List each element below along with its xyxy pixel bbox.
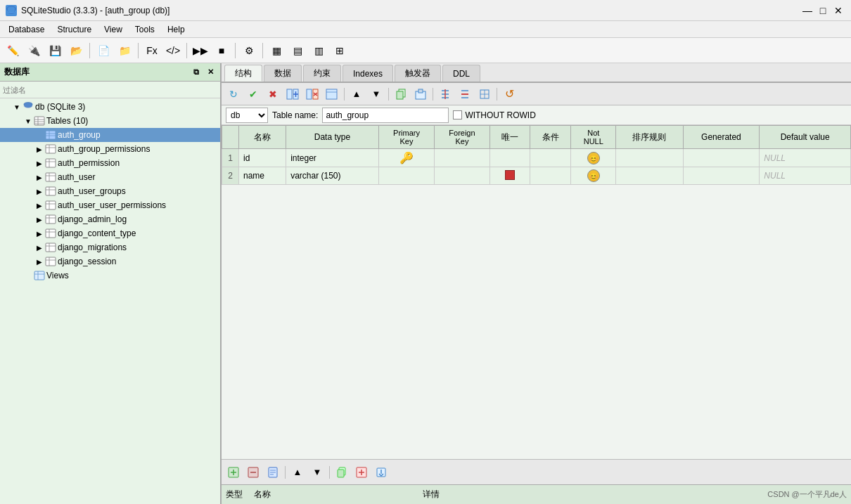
minimize-button[interactable]: — bbox=[800, 4, 814, 18]
db-select[interactable]: db bbox=[226, 108, 268, 123]
close-button[interactable]: ✕ bbox=[831, 4, 845, 18]
rt-collapse-icon[interactable] bbox=[456, 86, 474, 103]
col-collation-1[interactable] bbox=[616, 149, 683, 167]
panel-close-icon[interactable]: ✕ bbox=[205, 67, 216, 78]
bt-edit-icon[interactable] bbox=[264, 464, 282, 481]
tree-item-auth-user[interactable]: ▶ auth_user bbox=[0, 170, 220, 184]
toolbar-connect-icon[interactable]: 🔌 bbox=[24, 41, 44, 60]
rt-check-icon[interactable]: ✔ bbox=[244, 86, 262, 103]
tree-toggle-agp[interactable]: ▶ bbox=[34, 146, 45, 153]
without-rowid-checkbox[interactable] bbox=[453, 110, 462, 119]
rt-edit-col-icon[interactable] bbox=[323, 86, 341, 103]
col-notnull-1[interactable]: 😊 bbox=[571, 149, 616, 167]
tree-item-django-migrations[interactable]: ▶ django_migrations bbox=[0, 240, 220, 254]
tree-item-auth-group[interactable]: auth_group bbox=[0, 128, 220, 142]
col-type-2[interactable]: varchar (150) bbox=[286, 167, 379, 185]
rt-paste-icon[interactable] bbox=[411, 86, 430, 103]
bt-copy-icon[interactable] bbox=[333, 464, 351, 481]
toolbar-stop-icon[interactable]: ■ bbox=[212, 41, 231, 60]
rt-add-col-icon[interactable] bbox=[283, 86, 302, 103]
filter-input[interactable] bbox=[3, 86, 217, 94]
tree-item-auth-permission[interactable]: ▶ auth_permission bbox=[0, 156, 220, 170]
col-default-2[interactable]: NULL bbox=[760, 167, 851, 185]
tree-toggle-tables[interactable]: ▼ bbox=[23, 117, 34, 125]
col-header-default[interactable]: Default value bbox=[760, 126, 851, 149]
col-header-name[interactable]: 名称 bbox=[239, 126, 286, 149]
toolbar-settings-icon[interactable]: ⚙ bbox=[239, 41, 259, 60]
toolbar-formula-icon[interactable]: Fx bbox=[142, 41, 162, 60]
bt-down-icon[interactable]: ▼ bbox=[308, 464, 326, 481]
rt-undo-icon[interactable]: ↺ bbox=[500, 86, 518, 103]
rt-del-col-icon[interactable] bbox=[303, 86, 321, 103]
tree-toggle-dct[interactable]: ▶ bbox=[34, 230, 45, 238]
tree-item-auth-group-permissions[interactable]: ▶ auth_group_permissions bbox=[0, 142, 220, 156]
rt-focus-icon[interactable] bbox=[475, 86, 494, 103]
tab-triggers[interactable]: 触发器 bbox=[395, 65, 441, 82]
toolbar-exec-icon[interactable]: ▶▶ bbox=[191, 41, 210, 60]
col-header-primarykey[interactable]: PrimaryKey bbox=[378, 126, 434, 149]
tree-item-auth-user-user-permissions[interactable]: ▶ auth_user_user_permissions bbox=[0, 198, 220, 212]
tree-item-django-content-type[interactable]: ▶ django_content_type bbox=[0, 226, 220, 240]
col-header-datatype[interactable]: Data type bbox=[286, 126, 379, 149]
col-header-foreignkey[interactable]: ForeignKey bbox=[435, 126, 490, 149]
col-collation-2[interactable] bbox=[616, 167, 683, 185]
toolbar-grid3-icon[interactable]: ▥ bbox=[309, 41, 328, 60]
rt-down-icon[interactable]: ▼ bbox=[367, 86, 385, 103]
menu-database[interactable]: Database bbox=[3, 23, 50, 36]
panel-restore-icon[interactable]: ⧉ bbox=[191, 67, 202, 78]
tree-toggle-aug[interactable]: ▶ bbox=[34, 188, 45, 195]
col-pk-2[interactable] bbox=[378, 167, 434, 185]
tree-toggle-auup[interactable]: ▶ bbox=[34, 202, 45, 209]
tree-toggle-db[interactable]: ▼ bbox=[11, 103, 23, 111]
tab-structure[interactable]: 结构 bbox=[224, 65, 262, 82]
tree-toggle-dal[interactable]: ▶ bbox=[34, 216, 45, 224]
bt-del-icon[interactable] bbox=[244, 464, 262, 481]
toolbar-open-icon[interactable]: 📁 bbox=[115, 41, 134, 60]
tree-item-db[interactable]: ▼ db (SQLite 3) bbox=[0, 100, 220, 114]
tree-toggle-ds[interactable]: ▶ bbox=[34, 258, 45, 266]
tab-indexes[interactable]: Indexes bbox=[343, 65, 393, 82]
col-header-condition[interactable]: 条件 bbox=[530, 126, 571, 149]
rt-up-icon[interactable]: ▲ bbox=[347, 86, 366, 103]
menu-view[interactable]: View bbox=[98, 23, 128, 36]
rt-cancel-icon[interactable]: ✖ bbox=[264, 86, 282, 103]
toolbar-grid2-icon[interactable]: ▤ bbox=[288, 41, 307, 60]
toolbar-grid4-icon[interactable]: ⊞ bbox=[330, 41, 350, 60]
toolbar-import-icon[interactable]: 📂 bbox=[66, 41, 86, 60]
tree-item-tables[interactable]: ▼ Tables (10) bbox=[0, 114, 220, 128]
col-default-1[interactable]: NULL bbox=[760, 149, 851, 167]
menu-tools[interactable]: Tools bbox=[129, 23, 160, 36]
maximize-button[interactable]: □ bbox=[816, 4, 830, 18]
col-condition-2[interactable] bbox=[530, 167, 571, 185]
col-generated-2[interactable] bbox=[683, 167, 760, 185]
bt-addunique-icon[interactable] bbox=[352, 464, 371, 481]
table-name-input[interactable] bbox=[322, 108, 449, 123]
tree-toggle-ap[interactable]: ▶ bbox=[34, 160, 45, 167]
col-unique-2[interactable] bbox=[490, 167, 530, 185]
tree-item-django-admin-log[interactable]: ▶ django_admin_log bbox=[0, 212, 220, 226]
bt-export-icon[interactable] bbox=[372, 464, 390, 481]
col-header-unique[interactable]: 唯一 bbox=[490, 126, 530, 149]
menu-structure[interactable]: Structure bbox=[51, 23, 97, 36]
toolbar-grid1-icon[interactable]: ▦ bbox=[267, 41, 286, 60]
tab-data[interactable]: 数据 bbox=[264, 65, 302, 82]
tree-toggle-au[interactable]: ▶ bbox=[34, 174, 45, 181]
col-name-1[interactable]: id bbox=[239, 149, 286, 167]
rt-copy-icon[interactable] bbox=[392, 86, 410, 103]
col-fk-2[interactable] bbox=[435, 167, 490, 185]
toolbar-new-icon[interactable]: 📄 bbox=[94, 41, 113, 60]
col-header-generated[interactable]: Generated bbox=[683, 126, 760, 149]
tab-ddl[interactable]: DDL bbox=[442, 65, 480, 82]
toolbar-save-icon[interactable]: 💾 bbox=[45, 41, 65, 60]
col-header-notnull[interactable]: NotNULL bbox=[571, 126, 616, 149]
col-fk-1[interactable] bbox=[435, 149, 490, 167]
col-unique-1[interactable] bbox=[490, 149, 530, 167]
col-condition-1[interactable] bbox=[530, 149, 571, 167]
menu-help[interactable]: Help bbox=[162, 23, 191, 36]
rt-refresh-icon[interactable]: ↻ bbox=[224, 86, 243, 103]
col-pk-1[interactable]: 🔑 bbox=[378, 149, 434, 167]
toolbar-code-icon[interactable]: </> bbox=[163, 41, 183, 60]
col-name-2[interactable]: name bbox=[239, 167, 286, 185]
tree-item-views[interactable]: Views bbox=[0, 269, 220, 283]
col-notnull-2[interactable]: 😊 bbox=[571, 167, 616, 185]
